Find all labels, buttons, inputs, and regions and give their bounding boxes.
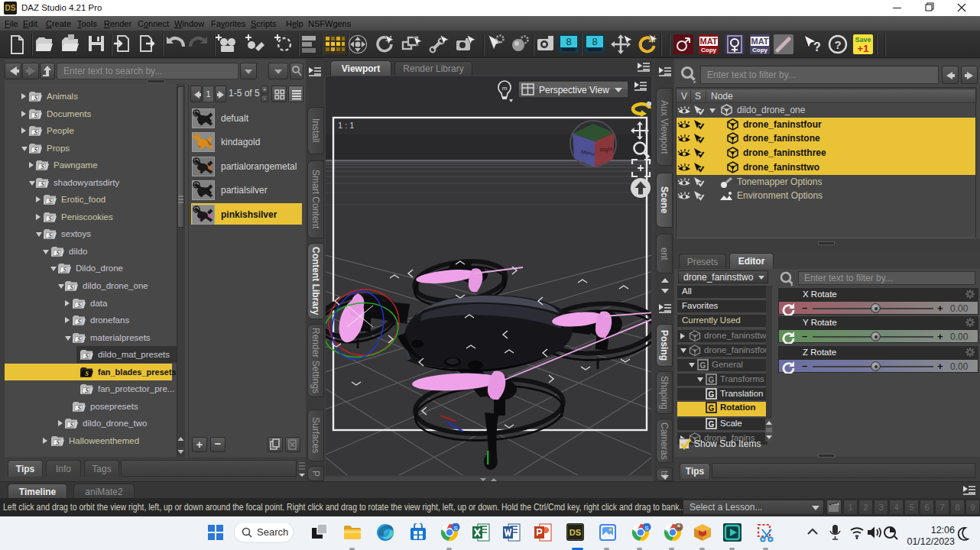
svg-text:G: G <box>700 361 706 370</box>
svg-text:12:06: 12:06 <box>931 525 955 535</box>
svg-text:G: G <box>709 404 715 412</box>
svg-text:S: S <box>34 95 38 102</box>
svg-text:S: S <box>49 232 53 239</box>
svg-text:S: S <box>86 353 89 360</box>
svg-text:?: ? <box>813 40 821 53</box>
svg-text:S: S <box>70 284 74 291</box>
svg-text:S: S <box>41 163 45 170</box>
svg-text:S: S <box>49 215 53 222</box>
svg-text:S: S <box>57 439 60 446</box>
svg-text:S: S <box>78 336 82 343</box>
svg-text:1 : 1: 1 : 1 <box>338 121 354 130</box>
svg-text:S: S <box>86 387 89 394</box>
svg-text:S: S <box>34 147 38 154</box>
svg-text:S: S <box>644 525 648 532</box>
svg-text:S: S <box>57 250 60 257</box>
svg-text:S: S <box>63 267 67 273</box>
svg-text:Search: Search <box>257 526 288 538</box>
svg-text:m: m <box>502 85 508 92</box>
svg-text:01/12/2023: 01/12/2023 <box>907 536 955 547</box>
svg-text:S: S <box>78 302 82 309</box>
svg-text:G: G <box>709 420 715 429</box>
svg-text:MAT: MAT <box>699 37 717 46</box>
svg-text:S: S <box>86 370 89 377</box>
svg-text:S: S <box>78 405 82 412</box>
svg-text:S: S <box>34 112 38 119</box>
svg-text:S: S <box>49 198 53 205</box>
svg-text:DS: DS <box>570 528 581 537</box>
svg-text:?: ? <box>834 38 841 51</box>
svg-text:S: S <box>78 319 82 325</box>
svg-text:Copy: Copy <box>752 47 768 53</box>
svg-text:Perspective View: Perspective View <box>539 85 609 95</box>
svg-text:G: G <box>709 376 715 384</box>
svg-text:S: S <box>70 422 74 429</box>
svg-text:8: 8 <box>566 36 571 47</box>
svg-text:S: S <box>41 181 45 188</box>
svg-text:G: G <box>709 390 715 399</box>
svg-text:Copy: Copy <box>701 47 717 53</box>
svg-text:MAT: MAT <box>751 37 768 46</box>
svg-text:+1: +1 <box>858 43 869 54</box>
svg-text:S: S <box>453 525 457 532</box>
svg-text:8: 8 <box>592 36 597 47</box>
svg-text:S: S <box>34 129 38 136</box>
